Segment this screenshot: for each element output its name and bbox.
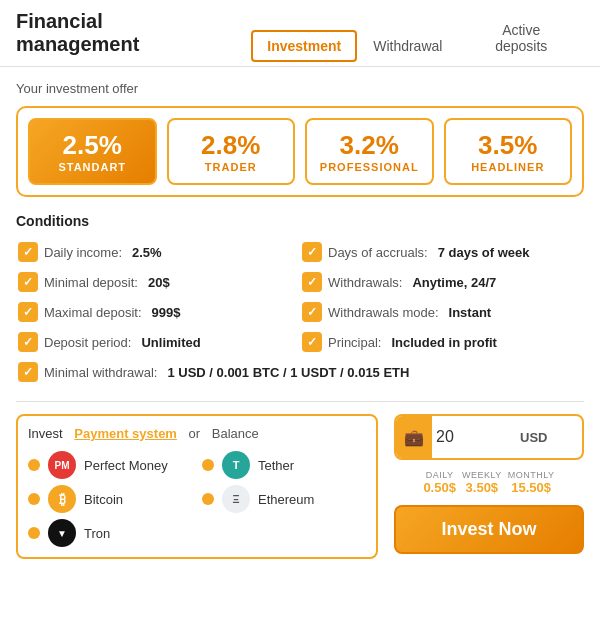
condition-daily-value: 2.5% (132, 245, 162, 260)
condition-accruals-value: 7 days of week (438, 245, 530, 260)
plan-professional[interactable]: 3.2% PROFESSIONAL (305, 118, 434, 185)
coin-dot-pm (28, 459, 40, 471)
amount-input[interactable] (432, 420, 512, 454)
check-accruals (302, 242, 322, 262)
plan-headliner[interactable]: 3.5% HEADLINER (444, 118, 573, 185)
invest-prefix: Invest (28, 426, 63, 441)
stat-weekly-value: 3.50$ (462, 480, 502, 495)
payment-item-perfect-money[interactable]: PM Perfect Money (28, 451, 192, 479)
condition-accruals-label: Days of accruals: (328, 245, 428, 260)
stat-monthly-value: 15.50$ (508, 480, 555, 495)
stat-monthly: MONTHLY 15.50$ (508, 470, 555, 495)
condition-withdrawals-mode: Withdrawals mode: Instant (300, 297, 584, 327)
page-title: Financial management (16, 10, 231, 66)
header: Financial management Investment Withdraw… (0, 0, 600, 67)
condition-withdrawals-value: Anytime, 24/7 (412, 275, 496, 290)
condition-principal-value: Included in profit (391, 335, 496, 350)
payment-item-tron[interactable]: ▼ Tron (28, 519, 192, 547)
check-withdrawals (302, 272, 322, 292)
tab-investment[interactable]: Investment (251, 30, 357, 62)
tabs: Investment Withdrawal Active deposits (251, 14, 584, 62)
tab-active-deposits[interactable]: Active deposits (458, 14, 584, 62)
condition-min-deposit-value: 20$ (148, 275, 170, 290)
condition-deposit-period-label: Deposit period: (44, 335, 131, 350)
invest-panel: 💼 USD DAILY 0.50$ WEEKLY 3.50$ MONTHLY (394, 414, 584, 559)
investment-offer-label: Your investment offer (16, 81, 584, 96)
check-principal (302, 332, 322, 352)
plan-standart-percent: 2.5% (63, 130, 122, 161)
plan-standart-name: STANDART (58, 161, 126, 173)
check-withdrawals-mode (302, 302, 322, 322)
tab-withdrawal[interactable]: Withdrawal (357, 30, 458, 62)
tron-label: Tron (84, 526, 110, 541)
stat-daily-value: 0.50$ (423, 480, 456, 495)
pm-label: Perfect Money (84, 458, 168, 473)
condition-min-withdrawal: Minimal withdrawal: 1 USD / 0.001 BTC / … (16, 357, 584, 387)
eth-icon: Ξ (222, 485, 250, 513)
coin-dot-eth (202, 493, 214, 505)
payment-header: Invest Payment system or Balance (28, 426, 366, 441)
condition-min-withdrawal-label: Minimal withdrawal: (44, 365, 157, 380)
condition-daily: Daily income: 2.5% (16, 237, 300, 267)
coin-dot-tron (28, 527, 40, 539)
tether-icon: T (222, 451, 250, 479)
stat-weekly: WEEKLY 3.50$ (462, 470, 502, 495)
plans-row: 2.5% STANDART 2.8% TRADER 3.2% PROFESSIO… (16, 106, 584, 197)
check-min-withdrawal (18, 362, 38, 382)
condition-max-deposit-label: Maximal deposit: (44, 305, 142, 320)
condition-max-deposit-value: 999$ (152, 305, 181, 320)
condition-withdrawals-mode-label: Withdrawals mode: (328, 305, 439, 320)
amount-input-row: 💼 USD (394, 414, 584, 460)
payment-item-tether[interactable]: T Tether (202, 451, 366, 479)
condition-min-deposit-label: Minimal deposit: (44, 275, 138, 290)
pm-icon: PM (48, 451, 76, 479)
plan-headliner-percent: 3.5% (478, 130, 537, 161)
check-max-deposit (18, 302, 38, 322)
payment-system-link[interactable]: Payment system (74, 426, 177, 441)
coin-dot-tether (202, 459, 214, 471)
condition-deposit-period-value: Unlimited (141, 335, 200, 350)
eth-label: Ethereum (258, 492, 314, 507)
divider (16, 401, 584, 402)
condition-min-deposit: Minimal deposit: 20$ (16, 267, 300, 297)
invest-now-button[interactable]: Invest Now (394, 505, 584, 554)
conditions-title: Conditions (16, 213, 584, 229)
stat-weekly-label: WEEKLY (462, 470, 502, 480)
payment-panel: Invest Payment system or Balance PM Perf… (16, 414, 378, 559)
condition-withdrawals-mode-value: Instant (449, 305, 492, 320)
condition-daily-label: Daily income: (44, 245, 122, 260)
wallet-icon: 💼 (396, 416, 432, 458)
btc-label: Bitcoin (84, 492, 123, 507)
payment-balance[interactable]: Balance (212, 426, 259, 441)
btc-icon: ₿ (48, 485, 76, 513)
conditions-grid: Daily income: 2.5% Days of accruals: 7 d… (16, 237, 584, 387)
plan-professional-name: PROFESSIONAL (320, 161, 419, 173)
coin-dot-btc (28, 493, 40, 505)
check-min-deposit (18, 272, 38, 292)
condition-principal-label: Principal: (328, 335, 381, 350)
payment-item-bitcoin[interactable]: ₿ Bitcoin (28, 485, 192, 513)
payment-or: or (189, 426, 201, 441)
plan-trader[interactable]: 2.8% TRADER (167, 118, 296, 185)
stat-daily: DAILY 0.50$ (423, 470, 456, 495)
condition-min-withdrawal-value: 1 USD / 0.001 BTC / 1 USDT / 0.015 ETH (167, 365, 409, 380)
payment-methods-list: PM Perfect Money T Tether ₿ Bitcoin (28, 451, 366, 547)
plan-trader-percent: 2.8% (201, 130, 260, 161)
condition-withdrawals: Withdrawals: Anytime, 24/7 (300, 267, 584, 297)
condition-withdrawals-label: Withdrawals: (328, 275, 402, 290)
page: Financial management Investment Withdraw… (0, 0, 600, 630)
stat-monthly-label: MONTHLY (508, 470, 555, 480)
check-deposit-period (18, 332, 38, 352)
payment-item-ethereum[interactable]: Ξ Ethereum (202, 485, 366, 513)
tether-label: Tether (258, 458, 294, 473)
plan-standart[interactable]: 2.5% STANDART (28, 118, 157, 185)
plan-headliner-name: HEADLINER (471, 161, 544, 173)
stats-row: DAILY 0.50$ WEEKLY 3.50$ MONTHLY 15.50$ (394, 470, 584, 495)
plan-trader-name: TRADER (205, 161, 257, 173)
stat-daily-label: DAILY (423, 470, 456, 480)
condition-deposit-period: Deposit period: Unlimited (16, 327, 300, 357)
condition-max-deposit: Maximal deposit: 999$ (16, 297, 300, 327)
tron-icon: ▼ (48, 519, 76, 547)
condition-principal: Principal: Included in profit (300, 327, 584, 357)
condition-accruals: Days of accruals: 7 days of week (300, 237, 584, 267)
